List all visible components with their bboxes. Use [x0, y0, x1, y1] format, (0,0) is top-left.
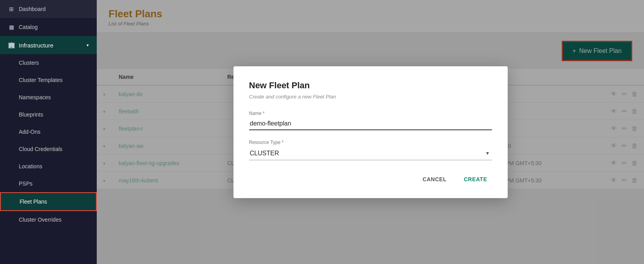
sidebar-item-locations[interactable]: Locations [0, 158, 97, 175]
resource-type-select-wrapper: CLUSTER NAMESPACE ▾ [249, 147, 492, 160]
modal-subtitle: Create and configure a new Fleet Plan [249, 94, 492, 100]
modal-title: New Fleet Plan [249, 80, 492, 91]
name-input[interactable] [249, 118, 492, 130]
main-content: Fleet Plans List of Fleet Plans + New Fl… [97, 0, 644, 264]
modal-actions: CANCEL CREATE [249, 173, 492, 186]
sidebar-item-cluster-overrides[interactable]: Cluster Overrides [0, 211, 97, 228]
sidebar-item-add-ons[interactable]: Add-Ons [0, 123, 97, 140]
sidebar-item-infrastructure[interactable]: 🏢 Infrastructure ▾ [0, 36, 97, 54]
book-icon: ▦ [8, 24, 15, 31]
name-field: Name * [249, 111, 492, 130]
resource-type-field: Resource Type * CLUSTER NAMESPACE ▾ [249, 140, 492, 160]
cancel-button[interactable]: CANCEL [418, 173, 451, 186]
sidebar-item-fleet-plans[interactable]: Fleet Plans [0, 192, 97, 211]
sidebar-item-dashboard[interactable]: ⊞ Dashboard [0, 0, 97, 18]
modal-overlay: New Fleet Plan Create and configure a ne… [97, 0, 644, 264]
building-icon: 🏢 [8, 42, 15, 49]
sidebar-item-namespaces[interactable]: Namespaces [0, 89, 97, 106]
create-button[interactable]: CREATE [459, 173, 492, 186]
resource-type-select[interactable]: CLUSTER NAMESPACE [249, 147, 492, 160]
sidebar-item-psps[interactable]: PSPs [0, 175, 97, 192]
sidebar-item-cluster-templates[interactable]: Cluster Templates [0, 71, 97, 89]
name-label: Name * [249, 111, 492, 116]
sidebar-item-blueprints[interactable]: Blueprints [0, 106, 97, 123]
chevron-down-icon: ▾ [87, 43, 89, 48]
sidebar-item-clusters[interactable]: Clusters [0, 54, 97, 71]
resource-type-label: Resource Type * [249, 140, 492, 145]
sidebar: ⊞ Dashboard ▦ Catalog 🏢 Infrastructure ▾… [0, 0, 97, 264]
sidebar-item-cloud-credentials[interactable]: Cloud Credentials [0, 140, 97, 158]
grid-icon: ⊞ [8, 5, 15, 13]
new-fleet-plan-modal: New Fleet Plan Create and configure a ne… [233, 66, 508, 198]
sidebar-item-catalog[interactable]: ▦ Catalog [0, 18, 97, 36]
